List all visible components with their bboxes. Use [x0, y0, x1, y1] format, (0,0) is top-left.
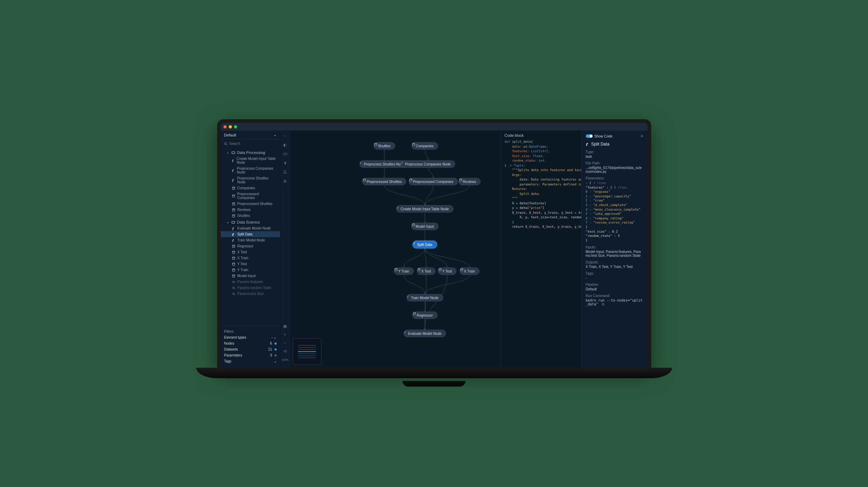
- tree-item[interactable]: X Test: [221, 249, 280, 255]
- fn-icon: [232, 159, 235, 162]
- minimap[interactable]: [293, 338, 321, 365]
- tree-item[interactable]: Create Model Input Table Node: [221, 156, 280, 165]
- tree-group[interactable]: ⌄ Data Science: [221, 219, 280, 225]
- tree-item[interactable]: Preprocessed Shuttles: [221, 201, 280, 207]
- fn-icon: [407, 295, 410, 298]
- graph-canvas[interactable]: ShuttlesCompaniesPreprocess Shuttles Nod…: [290, 130, 501, 368]
- tree-item[interactable]: Shuttles: [221, 213, 280, 219]
- data-icon: [460, 268, 463, 271]
- tree-item[interactable]: Train Model Node: [221, 237, 280, 243]
- window-minimize[interactable]: [229, 125, 232, 128]
- filters-panel: Filters Element types - ⌄ Nodes6 Dataset…: [221, 326, 280, 368]
- data-icon: [232, 186, 235, 190]
- window-close[interactable]: [223, 125, 227, 128]
- fn-icon: [404, 330, 407, 334]
- search-input[interactable]: [229, 142, 277, 146]
- data-icon: [232, 268, 235, 272]
- window-maximize[interactable]: [234, 125, 237, 128]
- window-titlebar: [221, 123, 648, 130]
- param-icon: [232, 286, 235, 290]
- filter-row[interactable]: Datasets11: [224, 346, 277, 352]
- graph-node-pre-companies[interactable]: Preprocess Companies Node: [400, 161, 455, 168]
- graph-node-companies[interactable]: Companies: [411, 142, 438, 150]
- data-icon: [412, 143, 415, 146]
- graph-node-shuttles[interactable]: Shuttles: [373, 142, 395, 150]
- tree-item[interactable]: Model Input: [221, 273, 280, 279]
- graph-node-split[interactable]: Split Data: [413, 241, 437, 248]
- data-icon: [438, 268, 442, 271]
- settings-icon[interactable]: ⚙: [283, 179, 287, 184]
- theme-icon[interactable]: ◐: [283, 142, 287, 147]
- graph-node-train-model[interactable]: Train Model Node: [406, 294, 443, 302]
- tree-item[interactable]: Y Test: [221, 261, 280, 267]
- labels-icon[interactable]: 🏷: [283, 151, 287, 156]
- graph-node-model-input[interactable]: Model Input: [411, 223, 438, 230]
- graph-node-ytest[interactable]: Y Test: [438, 268, 456, 275]
- back-icon[interactable]: ‹: [283, 133, 287, 138]
- copy-icon[interactable]: ⧉: [602, 302, 604, 306]
- data-icon: [411, 223, 415, 227]
- filter-tags[interactable]: Tags ⌄: [224, 358, 277, 364]
- filter-row[interactable]: Nodes6: [224, 340, 277, 346]
- tree-item[interactable]: Preprocessed Companies: [221, 191, 280, 201]
- tree-group[interactable]: ⌄ Data Processing: [221, 149, 280, 156]
- chevron-down-icon: ⌄: [274, 359, 277, 363]
- data-icon: [232, 256, 235, 260]
- data-icon: [232, 274, 235, 278]
- reset-icon[interactable]: ⟲: [283, 349, 287, 354]
- fn-icon: [396, 206, 400, 209]
- fn-icon: [232, 169, 235, 172]
- layers-icon[interactable]: ☰: [283, 170, 287, 175]
- graph-node-pp-shuttles[interactable]: Preprocessed Shuttles: [362, 178, 406, 185]
- fn-icon: [232, 239, 235, 242]
- tree-item[interactable]: Preprocess Shuttles Node: [221, 175, 280, 185]
- filter-element-types[interactable]: Element types - ⌄: [224, 334, 277, 340]
- tree-item[interactable]: Params:random State: [221, 285, 280, 291]
- graph-node-xtest[interactable]: X Test: [417, 268, 436, 275]
- param-icon: [232, 292, 235, 296]
- graph-node-pp-companies[interactable]: Preprocessed Companies: [408, 178, 458, 185]
- close-icon[interactable]: ×: [640, 133, 643, 139]
- chevron-down-icon: ⌄: [226, 220, 229, 224]
- graph-node-ytrain[interactable]: Y Train: [394, 268, 414, 275]
- svg-line-7: [226, 144, 227, 145]
- data-icon: [232, 262, 235, 266]
- tree-item[interactable]: Regressor: [221, 243, 280, 249]
- fn-icon: [360, 161, 363, 164]
- graph-node-xtrain[interactable]: X Train: [460, 268, 480, 275]
- tree-item[interactable]: X Train: [221, 255, 280, 261]
- data-icon: [373, 143, 377, 146]
- fn-icon: [401, 161, 404, 164]
- tree-item[interactable]: Companies: [221, 185, 280, 191]
- show-code-toggle[interactable]: Show Code: [586, 134, 613, 138]
- filters-header: Filters: [224, 330, 277, 333]
- tool-rail: ‹ ◐ 🏷 ⬇ ☰ ⚙ ▦ + − ⟲ 100%: [280, 130, 290, 368]
- data-icon: [232, 245, 235, 248]
- tree-item[interactable]: Y Train: [221, 267, 280, 273]
- tree-item[interactable]: Preprocess Companies Node: [221, 165, 280, 175]
- map-icon[interactable]: ▦: [283, 324, 287, 329]
- graph-node-reviews[interactable]: Reviews: [458, 178, 481, 185]
- filter-row[interactable]: Parameters3: [224, 352, 277, 358]
- pipeline-dropdown[interactable]: Default ⌄: [221, 130, 280, 140]
- graph-node-evaluate[interactable]: Evaluate Model Node: [404, 330, 446, 337]
- fn-icon: [413, 241, 417, 245]
- toggle-switch-icon[interactable]: [586, 134, 593, 138]
- zoom-out-icon[interactable]: −: [283, 340, 287, 345]
- download-icon[interactable]: ⬇: [283, 161, 287, 165]
- data-icon: [232, 208, 235, 212]
- tree-item[interactable]: Split Data: [221, 231, 280, 237]
- tree-item[interactable]: Params:test Size: [221, 291, 280, 297]
- code-panel-title: Code block: [505, 133, 578, 137]
- code-panel: Code block def split_data( data: pd.Data…: [501, 130, 581, 368]
- graph-node-regressor[interactable]: Regressor: [412, 312, 437, 319]
- svg-rect-8: [232, 151, 234, 154]
- tree-item[interactable]: Reviews: [221, 207, 280, 213]
- search-box[interactable]: [221, 140, 280, 148]
- details-panel: Show Code × Split Data Type: task File P…: [581, 130, 648, 368]
- details-title: Split Data: [586, 142, 643, 147]
- tree-item[interactable]: Params:features: [221, 279, 280, 285]
- zoom-in-icon[interactable]: +: [283, 332, 287, 337]
- graph-node-create-model[interactable]: Create Model Input Table Node: [396, 205, 453, 213]
- tree-item[interactable]: Evaluate Model Node: [221, 225, 280, 231]
